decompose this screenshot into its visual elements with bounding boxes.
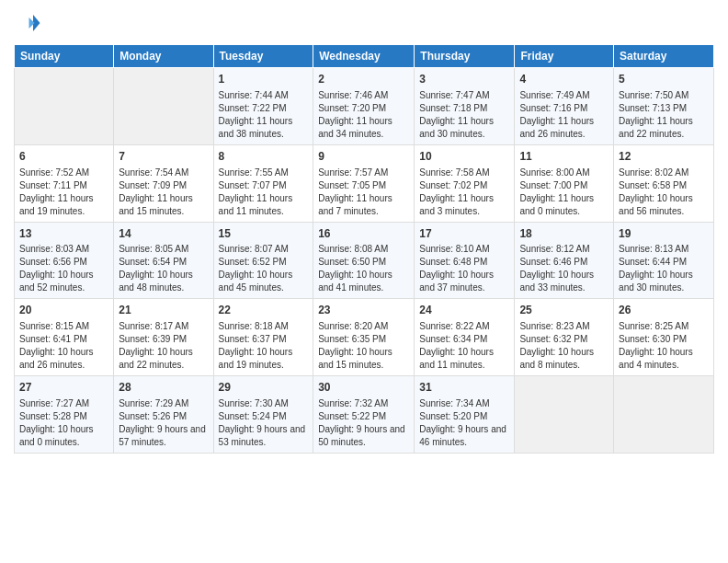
day-cell: 31Sunrise: 7:34 AM Sunset: 5:20 PM Dayli…: [415, 376, 515, 454]
day-cell: 22Sunrise: 8:18 AM Sunset: 6:37 PM Dayli…: [213, 299, 313, 376]
day-number: 27: [19, 380, 108, 396]
day-info: Sunrise: 7:57 AM Sunset: 7:05 PM Dayligh…: [318, 167, 409, 218]
day-cell: 15Sunrise: 8:07 AM Sunset: 6:52 PM Dayli…: [213, 222, 313, 299]
day-number: 10: [419, 149, 509, 165]
day-number: 13: [19, 226, 108, 242]
day-cell: 1Sunrise: 7:44 AM Sunset: 7:22 PM Daylig…: [213, 68, 313, 145]
day-cell: 8Sunrise: 7:55 AM Sunset: 7:07 PM Daylig…: [213, 144, 313, 222]
day-number: 23: [318, 303, 409, 318]
day-cell: 16Sunrise: 8:08 AM Sunset: 6:50 PM Dayli…: [313, 222, 415, 299]
day-info: Sunrise: 7:34 AM Sunset: 5:20 PM Dayligh…: [419, 397, 509, 449]
day-number: 30: [318, 380, 409, 396]
day-info: Sunrise: 8:23 AM Sunset: 6:32 PM Dayligh…: [519, 320, 609, 372]
day-number: 31: [419, 380, 509, 396]
week-row-4: 20Sunrise: 8:15 AM Sunset: 6:41 PM Dayli…: [15, 299, 714, 376]
day-cell: 5Sunrise: 7:50 AM Sunset: 7:13 PM Daylig…: [614, 68, 714, 145]
day-cell: 26Sunrise: 8:25 AM Sunset: 6:30 PM Dayli…: [614, 299, 714, 376]
day-number: 9: [318, 149, 409, 165]
header-sunday: Sunday: [15, 45, 114, 68]
week-row-5: 27Sunrise: 7:27 AM Sunset: 5:28 PM Dayli…: [15, 376, 714, 454]
day-info: Sunrise: 8:00 AM Sunset: 7:00 PM Dayligh…: [519, 167, 609, 218]
day-cell: 4Sunrise: 7:49 AM Sunset: 7:16 PM Daylig…: [515, 68, 614, 145]
day-info: Sunrise: 8:22 AM Sunset: 6:34 PM Dayligh…: [419, 320, 509, 372]
day-cell: [614, 376, 714, 454]
day-cell: 17Sunrise: 8:10 AM Sunset: 6:48 PM Dayli…: [415, 222, 515, 299]
day-number: 29: [219, 380, 309, 396]
day-info: Sunrise: 8:07 AM Sunset: 6:52 PM Dayligh…: [219, 243, 309, 294]
day-number: 25: [519, 303, 609, 318]
day-info: Sunrise: 7:47 AM Sunset: 7:18 PM Dayligh…: [419, 89, 509, 141]
day-info: Sunrise: 7:44 AM Sunset: 7:22 PM Dayligh…: [219, 89, 309, 141]
day-info: Sunrise: 8:03 AM Sunset: 6:56 PM Dayligh…: [19, 243, 108, 294]
day-cell: 28Sunrise: 7:29 AM Sunset: 5:26 PM Dayli…: [114, 376, 213, 454]
day-cell: [15, 68, 114, 145]
day-number: 17: [419, 226, 509, 242]
day-cell: 13Sunrise: 8:03 AM Sunset: 6:56 PM Dayli…: [15, 222, 114, 299]
week-row-2: 6Sunrise: 7:52 AM Sunset: 7:11 PM Daylig…: [15, 144, 714, 222]
day-cell: 18Sunrise: 8:12 AM Sunset: 6:46 PM Dayli…: [515, 222, 614, 299]
day-cell: 11Sunrise: 8:00 AM Sunset: 7:00 PM Dayli…: [515, 144, 614, 222]
day-info: Sunrise: 7:46 AM Sunset: 7:20 PM Dayligh…: [318, 89, 409, 141]
day-cell: 12Sunrise: 8:02 AM Sunset: 6:58 PM Dayli…: [614, 144, 714, 222]
day-cell: 23Sunrise: 8:20 AM Sunset: 6:35 PM Dayli…: [313, 299, 415, 376]
header-friday: Friday: [515, 45, 614, 68]
day-info: Sunrise: 8:25 AM Sunset: 6:30 PM Dayligh…: [619, 320, 709, 372]
header-saturday: Saturday: [614, 45, 714, 68]
day-cell: 21Sunrise: 8:17 AM Sunset: 6:39 PM Dayli…: [114, 299, 213, 376]
header-thursday: Thursday: [415, 45, 515, 68]
day-number: 1: [219, 72, 309, 87]
day-number: 11: [519, 149, 609, 165]
day-number: 28: [119, 380, 208, 396]
day-cell: 10Sunrise: 7:58 AM Sunset: 7:02 PM Dayli…: [415, 144, 515, 222]
day-info: Sunrise: 7:50 AM Sunset: 7:13 PM Dayligh…: [619, 89, 709, 141]
day-info: Sunrise: 8:15 AM Sunset: 6:41 PM Dayligh…: [19, 320, 108, 372]
header-row: SundayMondayTuesdayWednesdayThursdayFrid…: [15, 45, 714, 68]
day-info: Sunrise: 7:29 AM Sunset: 5:26 PM Dayligh…: [119, 397, 208, 449]
day-info: Sunrise: 7:54 AM Sunset: 7:09 PM Dayligh…: [119, 167, 208, 218]
day-number: 14: [119, 226, 208, 242]
logo-icon: [14, 9, 41, 37]
day-cell: 19Sunrise: 8:13 AM Sunset: 6:44 PM Dayli…: [614, 222, 714, 299]
day-info: Sunrise: 8:02 AM Sunset: 6:58 PM Dayligh…: [619, 167, 709, 218]
day-number: 5: [619, 72, 709, 87]
day-number: 24: [419, 303, 509, 318]
day-info: Sunrise: 7:55 AM Sunset: 7:07 PM Dayligh…: [219, 167, 309, 218]
day-cell: 6Sunrise: 7:52 AM Sunset: 7:11 PM Daylig…: [15, 144, 114, 222]
day-info: Sunrise: 7:30 AM Sunset: 5:24 PM Dayligh…: [219, 397, 309, 449]
day-info: Sunrise: 8:20 AM Sunset: 6:35 PM Dayligh…: [318, 320, 409, 372]
day-number: 8: [219, 149, 309, 165]
day-number: 15: [219, 226, 309, 242]
day-cell: 2Sunrise: 7:46 AM Sunset: 7:20 PM Daylig…: [313, 68, 415, 145]
header-tuesday: Tuesday: [213, 45, 313, 68]
header-monday: Monday: [114, 45, 213, 68]
week-row-1: 1Sunrise: 7:44 AM Sunset: 7:22 PM Daylig…: [15, 68, 714, 145]
day-info: Sunrise: 8:12 AM Sunset: 6:46 PM Dayligh…: [519, 243, 609, 294]
logo: [14, 9, 45, 37]
day-info: Sunrise: 7:58 AM Sunset: 7:02 PM Dayligh…: [419, 167, 509, 218]
day-cell: 20Sunrise: 8:15 AM Sunset: 6:41 PM Dayli…: [15, 299, 114, 376]
day-number: 4: [519, 72, 609, 87]
day-cell: 25Sunrise: 8:23 AM Sunset: 6:32 PM Dayli…: [515, 299, 614, 376]
day-number: 22: [219, 303, 309, 318]
calendar-body: 1Sunrise: 7:44 AM Sunset: 7:22 PM Daylig…: [15, 68, 714, 454]
day-number: 21: [119, 303, 208, 318]
day-info: Sunrise: 8:17 AM Sunset: 6:39 PM Dayligh…: [119, 320, 208, 372]
day-number: 20: [19, 303, 108, 318]
day-number: 19: [619, 226, 709, 242]
week-row-3: 13Sunrise: 8:03 AM Sunset: 6:56 PM Dayli…: [15, 222, 714, 299]
day-info: Sunrise: 7:49 AM Sunset: 7:16 PM Dayligh…: [519, 89, 609, 141]
day-cell: 7Sunrise: 7:54 AM Sunset: 7:09 PM Daylig…: [114, 144, 213, 222]
day-number: 18: [519, 226, 609, 242]
day-info: Sunrise: 7:27 AM Sunset: 5:28 PM Dayligh…: [19, 397, 108, 449]
day-number: 16: [318, 226, 409, 242]
day-info: Sunrise: 8:08 AM Sunset: 6:50 PM Dayligh…: [318, 243, 409, 294]
day-number: 3: [419, 72, 509, 87]
day-info: Sunrise: 7:52 AM Sunset: 7:11 PM Dayligh…: [19, 167, 108, 218]
day-cell: 24Sunrise: 8:22 AM Sunset: 6:34 PM Dayli…: [415, 299, 515, 376]
day-info: Sunrise: 8:05 AM Sunset: 6:54 PM Dayligh…: [119, 243, 208, 294]
day-info: Sunrise: 8:13 AM Sunset: 6:44 PM Dayligh…: [619, 243, 709, 294]
header-wednesday: Wednesday: [313, 45, 415, 68]
day-number: 7: [119, 149, 208, 165]
day-cell: 14Sunrise: 8:05 AM Sunset: 6:54 PM Dayli…: [114, 222, 213, 299]
day-info: Sunrise: 7:32 AM Sunset: 5:22 PM Dayligh…: [318, 397, 409, 449]
